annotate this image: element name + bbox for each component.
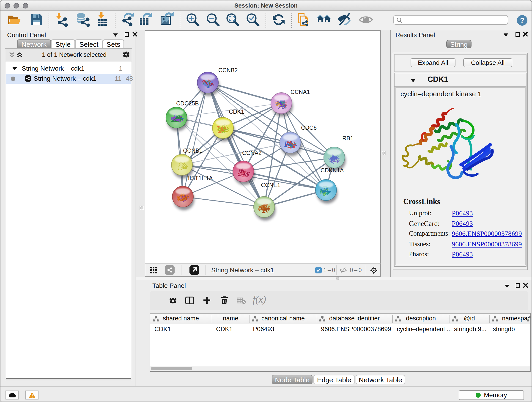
svg-text:CCNA2: CCNA2 [242,150,262,156]
svg-text:RB1: RB1 [342,135,354,141]
svg-text:CCNA1: CCNA1 [291,89,310,95]
svg-text:HIST1H1A: HIST1H1A [185,175,213,181]
svg-text:CCNB1: CCNB1 [183,147,203,154]
svg-text:CDC6: CDC6 [301,124,317,131]
svg-text:CCNB2: CCNB2 [218,67,238,73]
svg-text:CDK1: CDK1 [229,108,244,115]
svg-text:CDKN1A: CDKN1A [321,167,344,173]
svg-text:CCNE1: CCNE1 [261,182,280,188]
svg-text:CDC25B: CDC25B [176,100,199,107]
